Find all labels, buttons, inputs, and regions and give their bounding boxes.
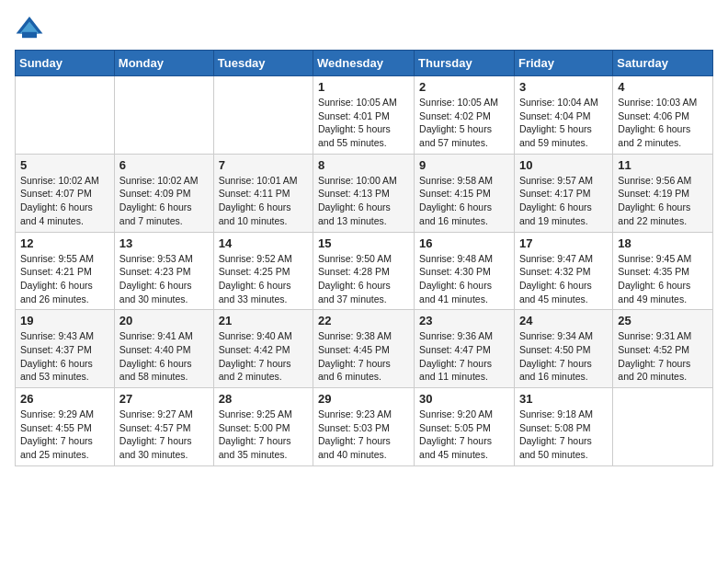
day-number: 11 — [618, 158, 708, 172]
day-content: Sunrise: 9:29 AM Sunset: 4:55 PM Dayligh… — [20, 408, 109, 462]
day-number: 9 — [419, 158, 509, 172]
day-content: Sunrise: 9:31 AM Sunset: 4:52 PM Dayligh… — [618, 329, 708, 384]
day-cell: 12Sunrise: 9:55 AM Sunset: 4:21 PM Dayli… — [16, 232, 115, 310]
day-content: Sunrise: 9:56 AM Sunset: 4:19 PM Dayligh… — [618, 174, 708, 228]
day-cell: 18Sunrise: 9:45 AM Sunset: 4:35 PM Dayli… — [613, 232, 713, 310]
day-content: Sunrise: 9:52 AM Sunset: 4:25 PM Dayligh… — [219, 252, 308, 306]
calendar: SundayMondayTuesdayWednesdayThursdayFrid… — [15, 50, 713, 466]
day-cell: 24Sunrise: 9:34 AM Sunset: 4:50 PM Dayli… — [514, 310, 612, 388]
day-content: Sunrise: 9:57 AM Sunset: 4:17 PM Dayligh… — [519, 174, 608, 228]
day-number: 23 — [419, 314, 509, 327]
week-row-2: 5Sunrise: 10:02 AM Sunset: 4:07 PM Dayli… — [16, 154, 713, 232]
day-cell: 30Sunrise: 9:20 AM Sunset: 5:05 PM Dayli… — [415, 388, 515, 466]
day-cell: 3Sunrise: 10:04 AM Sunset: 4:04 PM Dayli… — [514, 76, 612, 155]
page: SundayMondayTuesdayWednesdayThursdayFrid… — [0, 0, 728, 481]
day-cell: 22Sunrise: 9:38 AM Sunset: 4:45 PM Dayli… — [313, 310, 415, 388]
day-cell: 25Sunrise: 9:31 AM Sunset: 4:52 PM Dayli… — [613, 310, 713, 388]
weekday-header-tuesday: Tuesday — [213, 51, 313, 76]
day-number: 30 — [419, 392, 509, 406]
week-row-3: 12Sunrise: 9:55 AM Sunset: 4:21 PM Dayli… — [16, 232, 713, 310]
weekday-header-wednesday: Wednesday — [313, 51, 415, 76]
day-number: 16 — [419, 236, 509, 250]
day-number: 15 — [318, 236, 409, 250]
day-content: Sunrise: 10:04 AM Sunset: 4:04 PM Daylig… — [519, 96, 608, 150]
day-cell: 7Sunrise: 10:01 AM Sunset: 4:11 PM Dayli… — [213, 154, 313, 232]
day-content: Sunrise: 10:05 AM Sunset: 4:02 PM Daylig… — [419, 96, 509, 150]
day-cell: 11Sunrise: 9:56 AM Sunset: 4:19 PM Dayli… — [613, 154, 713, 232]
day-cell: 14Sunrise: 9:52 AM Sunset: 4:25 PM Dayli… — [213, 232, 313, 310]
day-cell: 19Sunrise: 9:43 AM Sunset: 4:37 PM Dayli… — [16, 310, 115, 388]
day-number: 27 — [119, 392, 209, 406]
day-number: 28 — [219, 392, 308, 406]
day-number: 26 — [20, 392, 109, 406]
day-content: Sunrise: 9:36 AM Sunset: 4:47 PM Dayligh… — [419, 329, 509, 384]
day-content: Sunrise: 9:50 AM Sunset: 4:28 PM Dayligh… — [318, 252, 409, 306]
day-number: 20 — [119, 314, 209, 327]
day-content: Sunrise: 9:58 AM Sunset: 4:15 PM Dayligh… — [419, 174, 509, 228]
day-number: 17 — [519, 236, 608, 250]
day-cell: 10Sunrise: 9:57 AM Sunset: 4:17 PM Dayli… — [514, 154, 612, 232]
header — [15, 9, 713, 42]
day-content: Sunrise: 10:02 AM Sunset: 4:09 PM Daylig… — [119, 174, 209, 228]
day-number: 10 — [519, 158, 608, 172]
day-cell: 6Sunrise: 10:02 AM Sunset: 4:09 PM Dayli… — [114, 154, 213, 232]
day-cell: 17Sunrise: 9:47 AM Sunset: 4:32 PM Dayli… — [514, 232, 612, 310]
svg-rect-3 — [22, 32, 37, 38]
day-cell: 2Sunrise: 10:05 AM Sunset: 4:02 PM Dayli… — [415, 76, 515, 155]
weekday-header-friday: Friday — [514, 51, 612, 76]
day-cell — [16, 76, 115, 155]
day-number: 7 — [219, 158, 308, 172]
day-number: 22 — [318, 314, 409, 327]
day-cell: 5Sunrise: 10:02 AM Sunset: 4:07 PM Dayli… — [16, 154, 115, 232]
day-cell: 15Sunrise: 9:50 AM Sunset: 4:28 PM Dayli… — [313, 232, 415, 310]
day-cell: 31Sunrise: 9:18 AM Sunset: 5:08 PM Dayli… — [514, 388, 612, 466]
day-content: Sunrise: 9:55 AM Sunset: 4:21 PM Dayligh… — [20, 252, 109, 306]
day-cell: 8Sunrise: 10:00 AM Sunset: 4:13 PM Dayli… — [313, 154, 415, 232]
day-content: Sunrise: 9:34 AM Sunset: 4:50 PM Dayligh… — [519, 329, 608, 384]
day-content: Sunrise: 9:53 AM Sunset: 4:23 PM Dayligh… — [119, 252, 209, 306]
day-content: Sunrise: 10:02 AM Sunset: 4:07 PM Daylig… — [20, 174, 109, 228]
day-number: 5 — [20, 158, 109, 172]
weekday-header-saturday: Saturday — [613, 51, 713, 76]
day-cell: 1Sunrise: 10:05 AM Sunset: 4:01 PM Dayli… — [313, 76, 415, 155]
weekday-header-sunday: Sunday — [16, 51, 115, 76]
day-cell: 23Sunrise: 9:36 AM Sunset: 4:47 PM Dayli… — [415, 310, 515, 388]
day-number: 4 — [618, 80, 708, 94]
day-number: 29 — [318, 392, 409, 406]
day-cell: 21Sunrise: 9:40 AM Sunset: 4:42 PM Dayli… — [213, 310, 313, 388]
day-cell — [213, 76, 313, 155]
day-number: 8 — [318, 158, 409, 172]
day-cell — [613, 388, 713, 466]
day-number: 2 — [419, 80, 509, 94]
day-cell: 16Sunrise: 9:48 AM Sunset: 4:30 PM Dayli… — [415, 232, 515, 310]
day-content: Sunrise: 9:38 AM Sunset: 4:45 PM Dayligh… — [318, 329, 409, 384]
day-content: Sunrise: 9:45 AM Sunset: 4:35 PM Dayligh… — [618, 252, 708, 306]
day-content: Sunrise: 9:18 AM Sunset: 5:08 PM Dayligh… — [519, 408, 608, 462]
day-content: Sunrise: 9:40 AM Sunset: 4:42 PM Dayligh… — [219, 329, 308, 384]
day-number: 14 — [219, 236, 308, 250]
day-number: 13 — [119, 236, 209, 250]
weekday-header-monday: Monday — [114, 51, 213, 76]
day-number: 31 — [519, 392, 608, 406]
week-row-1: 1Sunrise: 10:05 AM Sunset: 4:01 PM Dayli… — [16, 76, 713, 155]
weekday-header-row: SundayMondayTuesdayWednesdayThursdayFrid… — [16, 51, 713, 76]
logo-icon — [15, 13, 44, 42]
day-content: Sunrise: 10:03 AM Sunset: 4:06 PM Daylig… — [618, 96, 708, 150]
day-cell: 20Sunrise: 9:41 AM Sunset: 4:40 PM Dayli… — [114, 310, 213, 388]
day-cell: 29Sunrise: 9:23 AM Sunset: 5:03 PM Dayli… — [313, 388, 415, 466]
day-number: 19 — [20, 314, 109, 327]
day-number: 21 — [219, 314, 308, 327]
day-cell: 28Sunrise: 9:25 AM Sunset: 5:00 PM Dayli… — [213, 388, 313, 466]
day-cell — [114, 76, 213, 155]
day-content: Sunrise: 9:25 AM Sunset: 5:00 PM Dayligh… — [219, 408, 308, 462]
day-cell: 9Sunrise: 9:58 AM Sunset: 4:15 PM Daylig… — [415, 154, 515, 232]
week-row-4: 19Sunrise: 9:43 AM Sunset: 4:37 PM Dayli… — [16, 310, 713, 388]
day-cell: 13Sunrise: 9:53 AM Sunset: 4:23 PM Dayli… — [114, 232, 213, 310]
day-content: Sunrise: 10:01 AM Sunset: 4:11 PM Daylig… — [219, 174, 308, 228]
day-content: Sunrise: 9:23 AM Sunset: 5:03 PM Dayligh… — [318, 408, 409, 462]
day-number: 1 — [318, 80, 409, 94]
day-content: Sunrise: 10:05 AM Sunset: 4:01 PM Daylig… — [318, 96, 409, 150]
day-number: 12 — [20, 236, 109, 250]
day-number: 24 — [519, 314, 608, 327]
day-content: Sunrise: 9:47 AM Sunset: 4:32 PM Dayligh… — [519, 252, 608, 306]
